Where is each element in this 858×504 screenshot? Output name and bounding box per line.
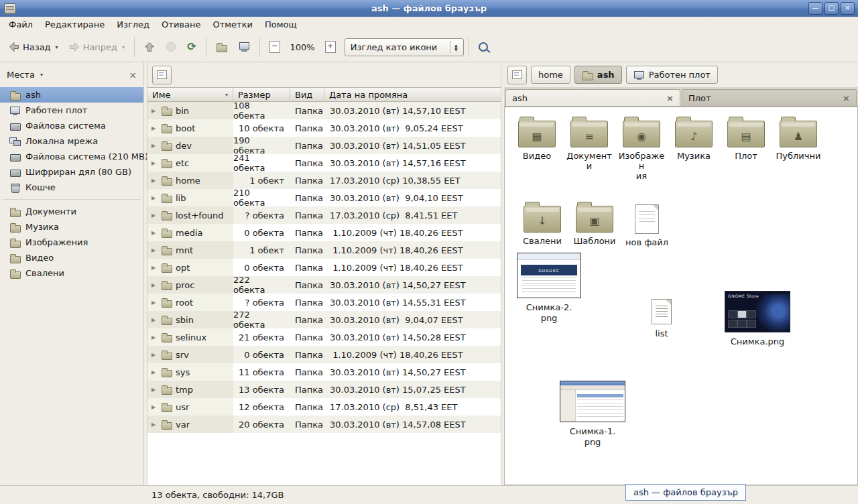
file-row[interactable]: ▶lost+found? обектаПапка17.03.2010 (ср) … <box>147 206 501 224</box>
sidebar-item[interactable]: Кошче <box>0 180 143 195</box>
sidebar-item[interactable]: Документи <box>0 204 143 219</box>
icon-item-pictures[interactable]: ◉Изображен ия <box>617 115 666 182</box>
up-button[interactable] <box>139 38 160 56</box>
file-list-doc[interactable]: list <box>643 299 680 339</box>
expander-icon[interactable]: ▶ <box>151 178 158 184</box>
file-row[interactable]: ▶lib210 обектаПапка30.03.2010 (вт) 9,04,… <box>147 189 501 206</box>
file-row[interactable]: ▶media0 обектаПапка 1.10.2009 (чт) 18,40… <box>147 224 501 241</box>
sidebar-item[interactable]: Локална мрежа <box>0 133 143 149</box>
file-row[interactable]: ▶root? обектаПапка30.03.2010 (вт) 14,55,… <box>147 294 501 311</box>
file-row[interactable]: ▶home1 обектПапка17.03.2010 (ср) 10,38,5… <box>147 172 501 189</box>
column-header-type[interactable]: Вид <box>290 88 324 101</box>
forward-button[interactable]: Напред ▾ <box>64 38 130 56</box>
sort-indicator-icon[interactable]: ▾ <box>223 92 228 98</box>
zoom-in-button[interactable]: + <box>320 38 341 56</box>
menu-item[interactable]: Изглед <box>111 18 156 31</box>
file-row[interactable]: ▶etc241 обектаПапка30.03.2010 (вт) 14,57… <box>147 154 501 172</box>
file-row[interactable]: ▶var20 обектаПапка30.03.2010 (вт) 14,57,… <box>147 416 501 433</box>
icon-item-templates[interactable]: ▣Шаблони <box>570 200 619 247</box>
expander-icon[interactable]: ▶ <box>151 230 158 236</box>
location-toggle-button[interactable] <box>152 66 172 84</box>
expander-icon[interactable]: ▶ <box>151 404 158 410</box>
menu-item[interactable]: Отиване <box>156 18 206 31</box>
file-row[interactable]: ▶tmp13 обектаПапка30.03.2010 (вт) 15,07,… <box>147 381 501 398</box>
path-button-ash[interactable]: ash <box>574 66 622 84</box>
menu-item[interactable]: Отметки <box>206 18 258 31</box>
minimize-button[interactable]: — <box>808 2 822 15</box>
zoom-out-button[interactable]: − <box>265 38 285 56</box>
sidebar-item[interactable]: Музика <box>0 219 143 235</box>
column-header-size[interactable]: Размер <box>233 88 290 101</box>
sidebar-item[interactable]: Работен плот <box>0 103 143 118</box>
sidebar-item[interactable]: Файлова система <box>0 118 143 133</box>
computer-button[interactable] <box>234 39 255 55</box>
file-row[interactable]: ▶mnt1 обектПапка 1.10.2009 (чт) 18,40,26… <box>147 241 501 259</box>
sidebar-item[interactable]: Видео <box>0 250 143 265</box>
file-row[interactable]: ▶srv0 обектаПапка 1.10.2009 (чт) 18,40,2… <box>147 346 501 363</box>
expander-icon[interactable]: ▶ <box>151 387 158 393</box>
expander-icon[interactable]: ▶ <box>151 143 158 149</box>
file-row[interactable]: ▶usr12 обектаПапка17.03.2010 (ср) 8,51,4… <box>147 398 501 416</box>
search-button[interactable] <box>474 39 493 55</box>
menu-item[interactable]: Редактиране <box>39 18 111 31</box>
tab-ash[interactable]: ash × <box>505 89 680 106</box>
icon-item-music[interactable]: ♪Музика <box>670 115 718 162</box>
tab-plot[interactable]: Плот × <box>682 89 857 106</box>
icon-item-video[interactable]: ▦Видео <box>513 115 561 162</box>
home-button[interactable] <box>211 38 233 56</box>
file-snimka-2[interactable]: GUADEC Снимка-2. png <box>514 253 584 323</box>
expander-icon[interactable]: ▶ <box>151 160 158 166</box>
reload-button[interactable]: ⟳ <box>182 38 200 56</box>
menu-item[interactable]: Помощ <box>259 18 303 31</box>
back-button[interactable]: Назад ▾ <box>4 38 63 56</box>
pane-toggle-button[interactable] <box>507 66 527 84</box>
path-button-desktop[interactable]: Работен плот <box>626 66 718 84</box>
sidebar-title[interactable]: Места <box>7 70 35 80</box>
file-row[interactable]: ▶sys11 обектаПапка30.03.2010 (вт) 14,50,… <box>147 363 501 381</box>
tab-close-icon[interactable]: × <box>843 93 850 103</box>
file-row[interactable]: ▶dev190 обектаПапка30.03.2010 (вт) 14,51… <box>147 137 501 154</box>
tab-close-icon[interactable]: × <box>666 93 674 103</box>
close-button[interactable]: × <box>841 2 855 15</box>
sidebar-close-icon[interactable]: × <box>129 70 137 80</box>
expander-icon[interactable]: ▶ <box>151 369 158 375</box>
icon-item-desktop[interactable]: ▤Плот <box>722 115 770 162</box>
forward-menu-chevron-icon[interactable]: ▾ <box>122 44 125 50</box>
path-button-home[interactable]: home <box>531 66 570 84</box>
expander-icon[interactable]: ▶ <box>151 282 158 288</box>
icon-item-public[interactable]: ♟Публични <box>774 115 822 162</box>
menu-item[interactable]: Файл <box>3 18 39 31</box>
icon-item-downloads[interactable]: ↓Свалени <box>518 200 566 247</box>
column-header-date[interactable]: Дата на промяна <box>324 88 501 101</box>
file-row[interactable]: ▶boot10 обектаПапка30.03.2010 (вт) 9,05,… <box>147 119 501 137</box>
back-menu-chevron-icon[interactable]: ▾ <box>56 44 58 50</box>
expander-icon[interactable]: ▶ <box>151 212 158 218</box>
expander-icon[interactable]: ▶ <box>151 317 158 323</box>
expander-icon[interactable]: ▶ <box>151 422 158 428</box>
file-row[interactable]: ▶sbin272 обектаПапка30.03.2010 (вт) 9,04… <box>147 311 501 328</box>
expander-icon[interactable]: ▶ <box>151 125 158 131</box>
sidebar-mode-chevron-icon[interactable]: ▾ <box>40 72 43 78</box>
icon-item-new-file[interactable]: нов файл <box>623 200 671 248</box>
stop-button[interactable] <box>161 38 181 56</box>
expander-icon[interactable]: ▶ <box>151 300 158 306</box>
expander-icon[interactable]: ▶ <box>151 265 158 271</box>
sidebar-item[interactable]: Шифриран дял (80 GB) <box>0 164 143 180</box>
sidebar-item[interactable]: Файлова система (210 MB) <box>0 149 143 164</box>
file-row[interactable]: ▶proc222 обектаПапка30.03.2010 (вт) 14,5… <box>147 276 501 294</box>
icon-item-documents[interactable]: ≡Документи <box>565 115 613 172</box>
file-snimka[interactable]: GNOME Store Снимка.png <box>721 291 794 347</box>
expander-icon[interactable]: ▶ <box>151 334 158 340</box>
sidebar-item[interactable]: Свалени <box>0 265 143 281</box>
maximize-button[interactable]: □ <box>824 2 839 15</box>
sidebar-item[interactable]: Изображения <box>0 235 143 250</box>
file-row[interactable]: ▶selinux21 обектаПапка30.03.2010 (вт) 14… <box>147 328 501 346</box>
view-mode-spinner[interactable]: ▲ ▼ <box>450 41 458 53</box>
file-snimka-1[interactable]: Снимка-1. png <box>556 381 629 447</box>
expander-icon[interactable]: ▶ <box>151 247 158 253</box>
expander-icon[interactable]: ▶ <box>151 195 158 201</box>
column-header-name[interactable]: Име ▾ <box>147 88 233 101</box>
sidebar-item[interactable]: ash <box>0 87 143 103</box>
expander-icon[interactable]: ▶ <box>151 108 158 114</box>
expander-icon[interactable]: ▶ <box>151 352 158 358</box>
